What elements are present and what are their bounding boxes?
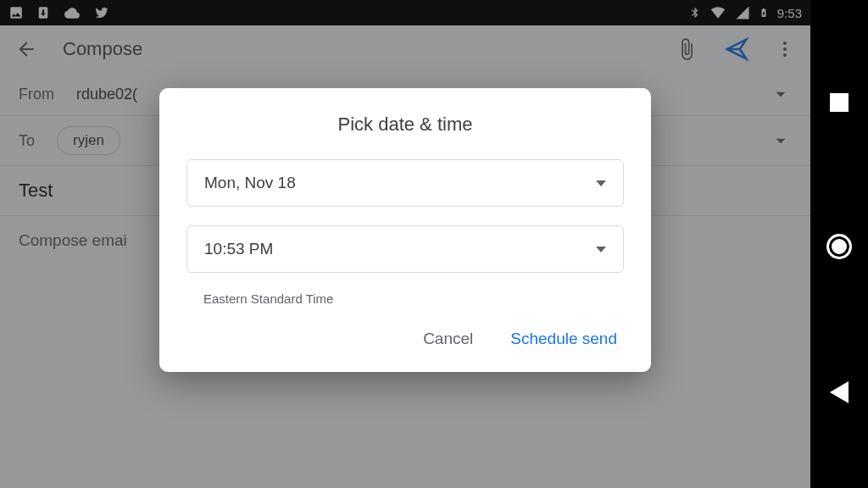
dialog-title: Pick date & time <box>186 114 624 136</box>
date-picker[interactable]: Mon, Nov 18 <box>186 159 624 207</box>
dropdown-icon <box>596 180 606 186</box>
device-screen: 9:53 Compose From rdube02( To ryjen Test <box>0 0 868 488</box>
dropdown-icon <box>596 247 606 252</box>
nav-back-icon[interactable] <box>830 381 849 403</box>
schedule-send-dialog: Pick date & time Mon, Nov 18 10:53 PM Ea… <box>159 88 651 372</box>
nav-home-icon[interactable] <box>826 234 852 259</box>
cancel-button[interactable]: Cancel <box>421 324 475 353</box>
nav-recent-icon[interactable] <box>830 93 849 112</box>
system-nav-bar <box>810 0 868 488</box>
dialog-actions: Cancel Schedule send <box>186 324 624 353</box>
time-value: 10:53 PM <box>204 240 596 258</box>
timezone-label: Eastern Standard Time <box>203 291 624 306</box>
schedule-send-button[interactable]: Schedule send <box>509 324 619 353</box>
date-value: Mon, Nov 18 <box>204 174 596 192</box>
time-picker[interactable]: 10:53 PM <box>186 225 624 273</box>
